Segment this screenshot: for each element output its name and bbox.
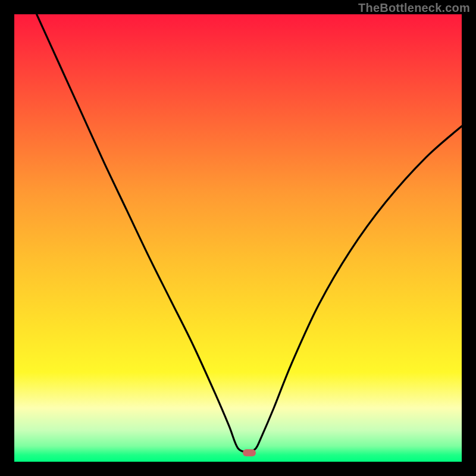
chart-frame: TheBottleneck.com [0, 0, 476, 476]
curve-left-branch [37, 14, 249, 453]
curve-right-branch [249, 126, 462, 453]
plot-area [14, 14, 462, 462]
bottleneck-curve [14, 14, 462, 462]
bottleneck-marker [243, 449, 256, 456]
watermark-text: TheBottleneck.com [358, 1, 470, 15]
